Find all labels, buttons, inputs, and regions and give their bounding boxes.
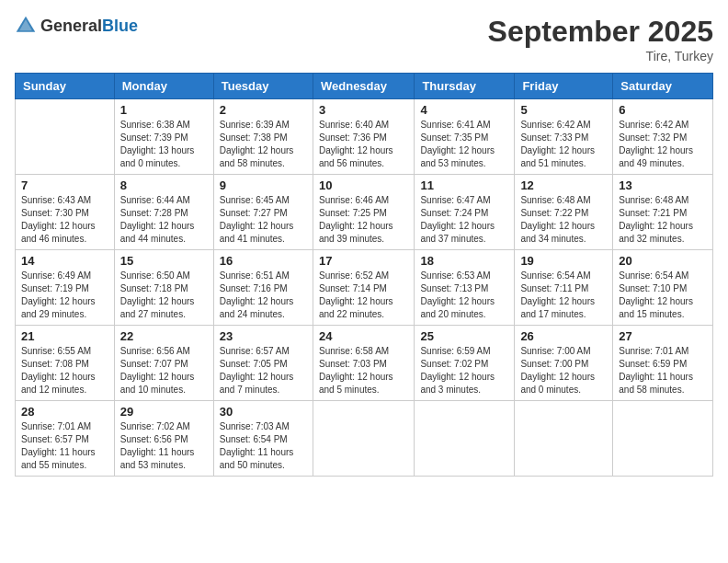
weekday-header: Tuesday: [213, 74, 313, 99]
calendar-cell: 10Sunrise: 6:46 AMSunset: 7:25 PMDayligh…: [313, 175, 414, 250]
day-info: Sunrise: 7:01 AMSunset: 6:57 PMDaylight:…: [21, 420, 108, 472]
weekday-header: Sunday: [16, 74, 115, 99]
day-info: Sunrise: 7:02 AMSunset: 6:56 PMDaylight:…: [120, 420, 208, 472]
logo-text: GeneralBlue: [40, 17, 138, 36]
calendar-week-row: 7Sunrise: 6:43 AMSunset: 7:30 PMDaylight…: [16, 175, 713, 250]
day-info: Sunrise: 6:42 AMSunset: 7:32 PMDaylight:…: [619, 119, 707, 170]
day-info: Sunrise: 6:56 AMSunset: 7:07 PMDaylight:…: [120, 345, 208, 396]
calendar-cell: 26Sunrise: 7:00 AMSunset: 7:00 PMDayligh…: [515, 326, 613, 401]
calendar-cell: [613, 401, 713, 477]
day-info: Sunrise: 6:59 AMSunset: 7:02 PMDaylight:…: [420, 345, 508, 396]
calendar-cell: [515, 401, 613, 477]
day-info: Sunrise: 6:54 AMSunset: 7:10 PMDaylight:…: [619, 270, 707, 321]
day-number: 9: [220, 178, 307, 192]
page-header: GeneralBlue September 2025 Tire, Turkey: [15, 15, 713, 63]
day-info: Sunrise: 6:38 AMSunset: 7:39 PMDaylight:…: [120, 119, 208, 170]
calendar-cell: 6Sunrise: 6:42 AMSunset: 7:32 PMDaylight…: [613, 99, 713, 175]
calendar-cell: 2Sunrise: 6:39 AMSunset: 7:38 PMDaylight…: [213, 99, 313, 175]
calendar-cell: 25Sunrise: 6:59 AMSunset: 7:02 PMDayligh…: [415, 326, 515, 401]
day-number: 30: [220, 405, 307, 419]
day-number: 16: [220, 254, 307, 268]
calendar-cell: 27Sunrise: 7:01 AMSunset: 6:59 PMDayligh…: [613, 326, 713, 401]
calendar-cell: 5Sunrise: 6:42 AMSunset: 7:33 PMDaylight…: [515, 99, 613, 175]
day-info: Sunrise: 6:49 AMSunset: 7:19 PMDaylight:…: [21, 270, 108, 321]
calendar-cell: [415, 401, 515, 477]
day-number: 4: [420, 103, 508, 117]
logo-icon: [15, 15, 37, 37]
day-info: Sunrise: 7:03 AMSunset: 6:54 PMDaylight:…: [220, 420, 307, 472]
day-number: 13: [619, 178, 707, 192]
day-info: Sunrise: 6:57 AMSunset: 7:05 PMDaylight:…: [220, 345, 307, 396]
day-info: Sunrise: 6:53 AMSunset: 7:13 PMDaylight:…: [420, 270, 508, 321]
day-info: Sunrise: 7:01 AMSunset: 6:59 PMDaylight:…: [619, 345, 707, 396]
calendar-cell: 23Sunrise: 6:57 AMSunset: 7:05 PMDayligh…: [213, 326, 313, 401]
calendar-cell: 13Sunrise: 6:48 AMSunset: 7:21 PMDayligh…: [613, 175, 713, 250]
day-number: 1: [120, 103, 208, 117]
calendar-cell: 19Sunrise: 6:54 AMSunset: 7:11 PMDayligh…: [515, 250, 613, 326]
month-title: September 2025: [488, 15, 713, 49]
day-info: Sunrise: 6:46 AMSunset: 7:25 PMDaylight:…: [319, 194, 408, 246]
day-number: 29: [120, 405, 208, 419]
calendar-cell: 14Sunrise: 6:49 AMSunset: 7:19 PMDayligh…: [16, 250, 115, 326]
title-block: September 2025 Tire, Turkey: [488, 15, 713, 63]
day-info: Sunrise: 6:41 AMSunset: 7:35 PMDaylight:…: [420, 119, 508, 170]
day-number: 26: [520, 329, 607, 343]
day-number: 7: [21, 178, 108, 192]
calendar-cell: 29Sunrise: 7:02 AMSunset: 6:56 PMDayligh…: [114, 401, 213, 477]
calendar-cell: 15Sunrise: 6:50 AMSunset: 7:18 PMDayligh…: [114, 250, 213, 326]
calendar-header-row: SundayMondayTuesdayWednesdayThursdayFrid…: [16, 74, 713, 99]
day-info: Sunrise: 6:44 AMSunset: 7:28 PMDaylight:…: [120, 194, 208, 246]
day-number: 24: [319, 329, 408, 343]
day-number: 25: [420, 329, 508, 343]
calendar-week-row: 14Sunrise: 6:49 AMSunset: 7:19 PMDayligh…: [16, 250, 713, 326]
day-info: Sunrise: 6:43 AMSunset: 7:30 PMDaylight:…: [21, 194, 108, 246]
calendar-week-row: 21Sunrise: 6:55 AMSunset: 7:08 PMDayligh…: [16, 326, 713, 401]
calendar-cell: 18Sunrise: 6:53 AMSunset: 7:13 PMDayligh…: [415, 250, 515, 326]
day-info: Sunrise: 6:51 AMSunset: 7:16 PMDaylight:…: [220, 270, 307, 321]
day-number: 18: [420, 254, 508, 268]
location: Tire, Turkey: [488, 49, 713, 63]
day-info: Sunrise: 7:00 AMSunset: 7:00 PMDaylight:…: [520, 345, 607, 396]
calendar-week-row: 28Sunrise: 7:01 AMSunset: 6:57 PMDayligh…: [16, 401, 713, 477]
calendar-cell: 11Sunrise: 6:47 AMSunset: 7:24 PMDayligh…: [415, 175, 515, 250]
day-info: Sunrise: 6:52 AMSunset: 7:14 PMDaylight:…: [319, 270, 408, 321]
day-info: Sunrise: 6:50 AMSunset: 7:18 PMDaylight:…: [120, 270, 208, 321]
calendar-cell: [16, 99, 115, 175]
calendar-cell: 7Sunrise: 6:43 AMSunset: 7:30 PMDaylight…: [16, 175, 115, 250]
logo: GeneralBlue: [15, 15, 138, 37]
weekday-header: Saturday: [613, 74, 713, 99]
calendar-cell: 21Sunrise: 6:55 AMSunset: 7:08 PMDayligh…: [16, 326, 115, 401]
calendar-cell: [313, 401, 414, 477]
day-number: 8: [120, 178, 208, 192]
calendar-cell: 30Sunrise: 7:03 AMSunset: 6:54 PMDayligh…: [213, 401, 313, 477]
calendar-cell: 24Sunrise: 6:58 AMSunset: 7:03 PMDayligh…: [313, 326, 414, 401]
calendar-cell: 1Sunrise: 6:38 AMSunset: 7:39 PMDaylight…: [114, 99, 213, 175]
logo-general: General: [40, 17, 102, 35]
day-number: 6: [619, 103, 707, 117]
day-number: 19: [520, 254, 607, 268]
day-info: Sunrise: 6:55 AMSunset: 7:08 PMDaylight:…: [21, 345, 108, 396]
calendar-cell: 17Sunrise: 6:52 AMSunset: 7:14 PMDayligh…: [313, 250, 414, 326]
day-info: Sunrise: 6:54 AMSunset: 7:11 PMDaylight:…: [520, 270, 607, 321]
calendar-cell: 3Sunrise: 6:40 AMSunset: 7:36 PMDaylight…: [313, 99, 414, 175]
calendar-cell: 28Sunrise: 7:01 AMSunset: 6:57 PMDayligh…: [16, 401, 115, 477]
day-number: 22: [120, 329, 208, 343]
calendar-cell: 4Sunrise: 6:41 AMSunset: 7:35 PMDaylight…: [415, 99, 515, 175]
weekday-header: Friday: [515, 74, 613, 99]
day-number: 12: [520, 178, 607, 192]
day-number: 14: [21, 254, 108, 268]
day-info: Sunrise: 6:40 AMSunset: 7:36 PMDaylight:…: [319, 119, 408, 170]
calendar-cell: 9Sunrise: 6:45 AMSunset: 7:27 PMDaylight…: [213, 175, 313, 250]
day-number: 15: [120, 254, 208, 268]
day-number: 27: [619, 329, 707, 343]
day-number: 5: [520, 103, 607, 117]
calendar-cell: 20Sunrise: 6:54 AMSunset: 7:10 PMDayligh…: [613, 250, 713, 326]
calendar-cell: 8Sunrise: 6:44 AMSunset: 7:28 PMDaylight…: [114, 175, 213, 250]
calendar-week-row: 1Sunrise: 6:38 AMSunset: 7:39 PMDaylight…: [16, 99, 713, 175]
day-info: Sunrise: 6:48 AMSunset: 7:21 PMDaylight:…: [619, 194, 707, 246]
day-info: Sunrise: 6:42 AMSunset: 7:33 PMDaylight:…: [520, 119, 607, 170]
day-number: 17: [319, 254, 408, 268]
calendar-cell: 22Sunrise: 6:56 AMSunset: 7:07 PMDayligh…: [114, 326, 213, 401]
calendar-table: SundayMondayTuesdayWednesdayThursdayFrid…: [15, 73, 713, 477]
day-number: 2: [220, 103, 307, 117]
